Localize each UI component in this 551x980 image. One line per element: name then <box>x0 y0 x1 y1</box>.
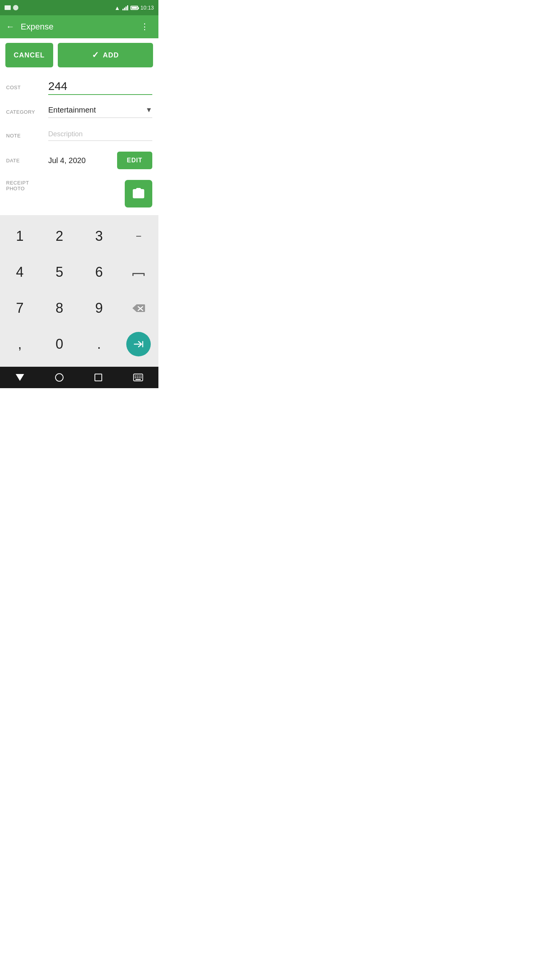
nav-keyboard-button[interactable] <box>126 371 151 384</box>
signal-icon <box>122 5 128 10</box>
svg-rect-13 <box>139 377 140 379</box>
note-label: NOTE <box>6 133 48 139</box>
cost-input[interactable] <box>48 80 152 95</box>
nav-back-icon <box>16 374 24 381</box>
note-input-wrap <box>48 130 152 141</box>
svg-rect-11 <box>135 377 136 379</box>
category-value: Entertainment <box>48 106 142 114</box>
app-bar: ← Expense ⋮ <box>0 15 158 38</box>
cost-input-wrap <box>48 80 152 95</box>
receipt-right <box>48 180 152 207</box>
svg-rect-10 <box>140 376 142 377</box>
key-next[interactable] <box>126 332 151 356</box>
add-label: ADD <box>103 51 119 59</box>
notification-icon <box>13 5 18 10</box>
key-7[interactable]: 7 <box>0 291 40 325</box>
keyboard-row-2: 4 5 6 <box>0 255 158 289</box>
camera-button[interactable] <box>125 180 152 207</box>
app-bar-title: Expense <box>21 22 137 32</box>
date-value: Jul 4, 2020 <box>48 156 117 165</box>
key-comma[interactable]: , <box>0 327 40 361</box>
nav-recent-icon <box>95 374 102 381</box>
battery-icon <box>130 6 138 10</box>
checkmark-icon: ✓ <box>92 50 99 60</box>
nav-recent-button[interactable] <box>87 371 110 384</box>
key-2[interactable]: 2 <box>40 219 80 253</box>
date-row: DATE Jul 4, 2020 EDIT <box>6 145 152 173</box>
chevron-down-icon: ▼ <box>145 106 152 114</box>
cancel-button[interactable]: CANCEL <box>5 43 53 67</box>
status-bar-right: ▲ 10:13 <box>114 5 154 11</box>
receipt-photo-row: RECEIPT PHOTO <box>6 173 152 211</box>
category-select-wrap[interactable]: Entertainment ▼ <box>48 106 152 118</box>
add-button[interactable]: ✓ ADD <box>58 43 153 67</box>
svg-rect-0 <box>132 273 145 274</box>
numeric-keyboard: 1 2 3 − 4 5 6 7 8 9 , 0 <box>0 215 158 367</box>
expense-form: COST CATEGORY Entertainment ▼ NOTE DATE … <box>0 72 158 211</box>
key-1[interactable]: 1 <box>0 219 40 253</box>
key-8[interactable]: 8 <box>40 291 80 325</box>
cost-row: COST <box>6 72 152 99</box>
wifi-icon: ▲ <box>114 5 120 11</box>
back-button[interactable]: ← <box>3 19 18 35</box>
svg-rect-12 <box>137 377 138 379</box>
key-6[interactable]: 6 <box>79 255 119 289</box>
svg-rect-15 <box>135 379 141 380</box>
key-5[interactable]: 5 <box>40 255 80 289</box>
svg-rect-2 <box>143 273 145 276</box>
nav-bar <box>0 367 158 388</box>
status-time: 10:13 <box>140 5 154 11</box>
svg-rect-14 <box>140 377 142 379</box>
key-3[interactable]: 3 <box>79 219 119 253</box>
status-bar: ▲ 10:13 <box>0 0 158 15</box>
category-row: CATEGORY Entertainment ▼ <box>6 99 152 122</box>
action-buttons-row: CANCEL ✓ ADD <box>0 38 158 72</box>
sim-icon <box>5 5 11 10</box>
key-dot[interactable]: . <box>79 327 119 361</box>
camera-icon <box>132 187 145 201</box>
keyboard-row-1: 1 2 3 − <box>0 219 158 253</box>
nav-keyboard-icon <box>133 374 143 381</box>
status-bar-left <box>5 5 18 10</box>
key-minus[interactable]: − <box>119 219 159 253</box>
svg-rect-8 <box>137 376 138 377</box>
key-space[interactable] <box>119 255 159 289</box>
nav-home-icon <box>55 373 64 382</box>
note-row: NOTE <box>6 122 152 145</box>
category-label: CATEGORY <box>6 109 48 115</box>
more-options-button[interactable]: ⋮ <box>137 19 152 35</box>
nav-home-button[interactable] <box>47 370 71 385</box>
key-4[interactable]: 4 <box>0 255 40 289</box>
keyboard-row-4: , 0 . <box>0 327 158 361</box>
svg-rect-7 <box>135 376 136 377</box>
key-backspace[interactable] <box>119 291 159 325</box>
keyboard-row-3: 7 8 9 <box>0 291 158 325</box>
category-dropdown[interactable]: Entertainment ▼ <box>48 106 152 118</box>
edit-date-button[interactable]: EDIT <box>117 152 152 169</box>
key-9[interactable]: 9 <box>79 291 119 325</box>
receipt-label: RECEIPT PHOTO <box>6 180 48 191</box>
key-0[interactable]: 0 <box>40 327 80 361</box>
svg-rect-9 <box>139 376 140 377</box>
note-input[interactable] <box>48 130 152 141</box>
date-label: DATE <box>6 158 48 163</box>
key-next-wrap <box>119 327 159 361</box>
svg-rect-1 <box>132 273 134 276</box>
cost-label: COST <box>6 85 48 90</box>
nav-back-button[interactable] <box>8 371 32 384</box>
